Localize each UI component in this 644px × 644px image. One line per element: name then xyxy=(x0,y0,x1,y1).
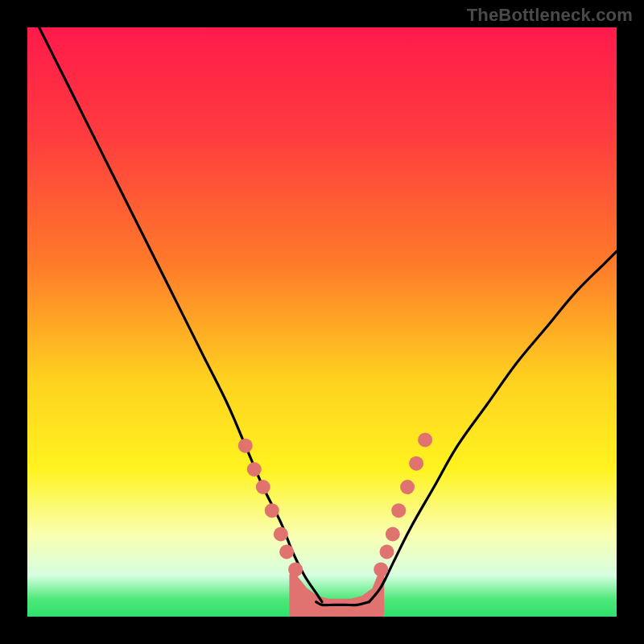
marker-left-cluster-1 xyxy=(247,462,262,477)
marker-right-cluster-5 xyxy=(409,456,423,471)
gradient-background xyxy=(27,27,617,617)
marker-left-cluster-4 xyxy=(274,527,288,542)
marker-right-cluster-0 xyxy=(374,562,388,576)
marker-left-cluster-0 xyxy=(238,439,253,453)
marker-left-cluster-6 xyxy=(288,562,303,576)
marker-right-cluster-6 xyxy=(418,432,432,447)
marker-left-cluster-5 xyxy=(279,545,294,559)
marker-right-cluster-4 xyxy=(400,480,415,494)
bottleneck-chart xyxy=(27,27,617,617)
marker-right-cluster-1 xyxy=(380,545,394,559)
attribution-label: TheBottleneck.com xyxy=(467,5,633,26)
marker-left-cluster-3 xyxy=(265,503,279,518)
marker-left-cluster-2 xyxy=(256,480,270,494)
chart-frame: TheBottleneck.com xyxy=(0,0,644,644)
marker-right-cluster-3 xyxy=(391,503,406,518)
marker-right-cluster-2 xyxy=(386,527,400,542)
chart-svg xyxy=(27,27,617,617)
